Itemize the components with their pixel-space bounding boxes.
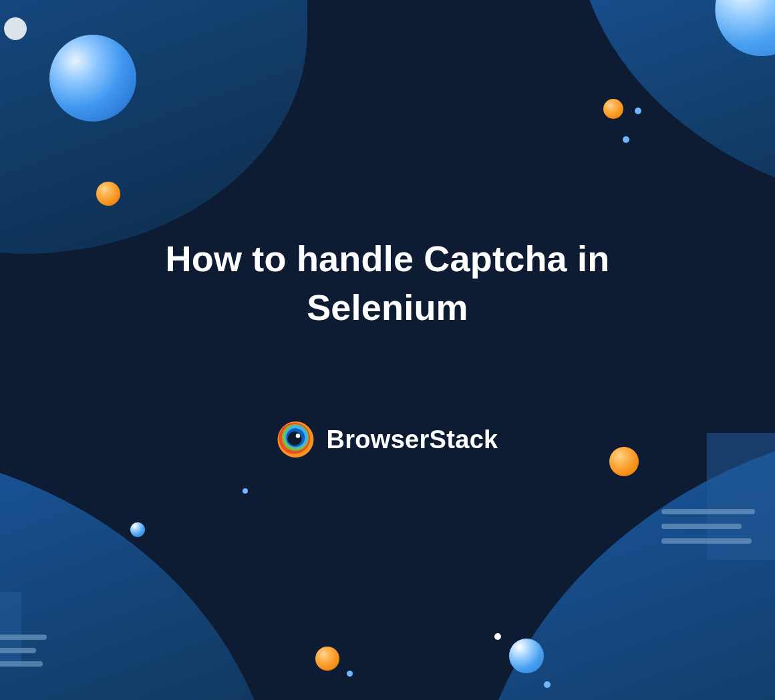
svg-point-5 bbox=[287, 431, 301, 446]
brand-name: BrowserStack bbox=[326, 425, 498, 454]
hero-banner: How to handle Captcha in Selenium Browse… bbox=[0, 0, 775, 700]
brand-lockup: BrowserStack bbox=[277, 421, 498, 458]
browserstack-logo-icon bbox=[277, 421, 314, 458]
svg-point-6 bbox=[296, 433, 301, 438]
page-title: How to handle Captcha in Selenium bbox=[114, 234, 661, 332]
